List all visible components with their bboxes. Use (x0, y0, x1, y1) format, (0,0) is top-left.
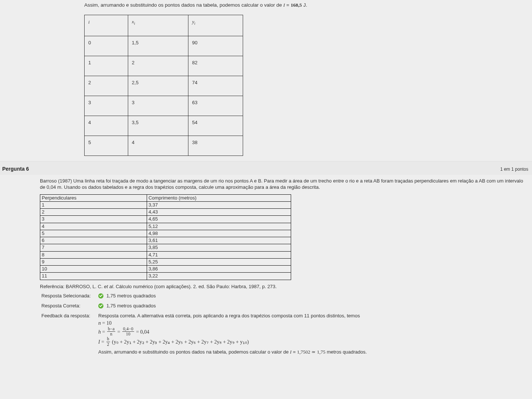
table-header-row: i xi yi (85, 15, 243, 36)
selected-answer-value: 1,75 metros quadrados (98, 293, 529, 299)
table-row: 34,65 (40, 216, 291, 223)
intro-text: Assim, arrumando e substituindo os ponto… (84, 2, 283, 8)
feedback-math: n = 10 h = b−an = 0,4−010 = 0,04 I = h2 … (98, 318, 529, 356)
table-row: 45,12 (40, 223, 291, 230)
table-row: 43,554 (85, 116, 243, 136)
math-line-I: I = h2 (y₀ + 2y₁ + 2y₂ + 2y₃ + 2y₄ + 2y₅… (98, 337, 529, 347)
feedback-label: Feedback da resposta: (41, 313, 97, 356)
integral-value: 168,5 (291, 2, 302, 8)
correct-answer-value: 1,75 metros quadrados (98, 303, 529, 308)
prev-question-feedback-tail: Assim, arrumando e substituindo os ponto… (0, 0, 532, 161)
check-circle-icon (98, 303, 103, 308)
feedback-final-sentence: Assim, arrumando e substituindo os ponto… (98, 348, 529, 356)
unit-J: J. (303, 2, 307, 8)
question-6-body: Barroso (1987) Uma linha reta foi traçad… (0, 175, 532, 359)
check-circle-icon (98, 293, 103, 299)
question-6-header: Pergunta 6 1 em 1 pontos (0, 161, 532, 175)
table-row: 73,85 (40, 244, 291, 251)
question-points: 1 em 1 pontos (500, 167, 530, 172)
selected-answer-label: Resposta Selecionada: (41, 293, 97, 299)
table-row: 24,43 (40, 209, 291, 216)
table-header-row: Perpendiculares Comprimento (metros) (40, 194, 291, 201)
table-row: 5438 (85, 136, 243, 156)
table-row: 113,22 (40, 273, 291, 280)
table-row: 63,61 (40, 237, 291, 244)
question-title: Pergunta 6 (2, 166, 29, 172)
table-row: 13,37 (40, 201, 291, 208)
table-row: 22,574 (85, 76, 243, 96)
math-line-n: n = 10 (98, 319, 529, 327)
table-row: 95,25 (40, 258, 291, 265)
table-row: 1282 (85, 56, 243, 76)
feedback-content: Resposta correta. A alternativa está cor… (98, 313, 529, 356)
col-comprimento: Comprimento (metros) (147, 194, 291, 201)
col-yi: yi (188, 15, 243, 36)
table-row: 84,71 (40, 251, 291, 258)
integral-result-sentence: Assim, arrumando e substituindo os ponto… (84, 2, 532, 8)
col-xi: xi (128, 15, 188, 36)
reference-citation: Referência: BARROSO, L. C. et al. Cálcul… (40, 284, 529, 289)
table-row: 3363 (85, 96, 243, 116)
col-i: i (85, 15, 128, 36)
table-row: 54,98 (40, 230, 291, 237)
xi-yi-table: i xi yi 01,590 1282 22,574 3363 43,554 5… (84, 15, 243, 156)
table-row: 01,590 (85, 36, 243, 56)
math-line-h: h = b−an = 0,4−010 = 0,04 (98, 327, 529, 337)
correct-answer-label: Resposta Correta: (41, 303, 97, 308)
perpendiculares-table: Perpendiculares Comprimento (metros) 13,… (40, 194, 291, 280)
col-perpendiculares: Perpendiculares (40, 194, 147, 201)
equals-sign: = (286, 2, 291, 8)
symbol-I: I (283, 2, 285, 8)
answer-block: Resposta Selecionada: 1,75 metros quadra… (41, 293, 529, 356)
feedback-intro: Resposta correta. A alternativa está cor… (98, 313, 529, 318)
question-prompt: Barroso (1987) Uma linha reta foi traçad… (40, 178, 528, 191)
table-row: 103,86 (40, 266, 291, 273)
